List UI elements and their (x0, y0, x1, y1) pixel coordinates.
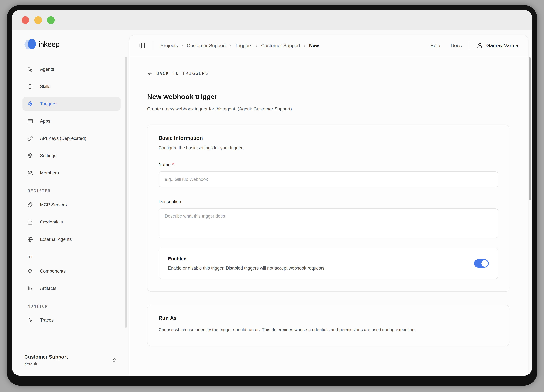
run-as-card: Run As Choose which user identity the tr… (147, 305, 509, 346)
app-window: inkeep Agents Skills Triggers (12, 10, 532, 375)
enabled-toggle[interactable] (474, 259, 489, 267)
sidebar-section-register: REGISTER (28, 189, 121, 193)
sidebar-item-triggers[interactable]: Triggers (22, 97, 121, 111)
card-title: Basic Information (159, 135, 498, 141)
help-link[interactable]: Help (430, 43, 440, 48)
breadcrumb-separator: › (182, 43, 183, 48)
back-to-triggers-link[interactable]: BACK TO TRIGGERS (147, 71, 509, 76)
hexagon-icon (28, 84, 33, 89)
sidebar-toggle-button[interactable] (139, 42, 146, 49)
enabled-description: Enable or disable this trigger. Disabled… (168, 266, 466, 271)
breadcrumb-separator: › (256, 43, 257, 48)
sidebar-item-api-keys[interactable]: API Keys (Deprecated) (22, 131, 121, 145)
user-name: Gaurav Varma (486, 43, 518, 48)
sidebar-scrollbar[interactable] (125, 57, 127, 328)
sidebar-item-artifacts[interactable]: Artifacts (22, 281, 121, 295)
breadcrumb: Projects › Customer Support › Triggers ›… (160, 43, 319, 48)
sidebar-item-label: External Agents (40, 237, 72, 242)
sidebar-section-ui: UI (28, 255, 121, 259)
breadcrumb-separator: › (304, 43, 305, 48)
inkeep-logo-icon (24, 38, 35, 50)
activity-icon (28, 317, 33, 323)
sidebar-item-settings[interactable]: Settings (22, 149, 121, 163)
library-icon (28, 286, 33, 291)
breadcrumb-agent[interactable]: Customer Support (261, 43, 300, 48)
breadcrumb-project[interactable]: Customer Support (187, 43, 226, 48)
page-title: New webhook trigger (147, 93, 509, 101)
zap-icon (28, 101, 33, 107)
project-switcher[interactable]: Customer Support default (22, 354, 121, 367)
device-frame: inkeep Agents Skills Triggers (6, 5, 538, 386)
users-icon (28, 170, 33, 176)
component-icon (28, 268, 33, 274)
globe-icon (28, 237, 33, 242)
key-icon (28, 136, 33, 141)
sidebar-item-label: Triggers (40, 101, 56, 107)
back-link-label: BACK TO TRIGGERS (156, 71, 208, 76)
description-textarea[interactable] (159, 208, 498, 238)
header-right: Help Docs Gaurav Varma (420, 42, 518, 49)
breadcrumb-separator: › (230, 43, 231, 48)
sidebar-item-label: Skills (40, 84, 51, 89)
project-environment: default (24, 362, 68, 367)
sidebar-item-external-agents[interactable]: External Agents (22, 232, 121, 246)
inkeep-logo-text: inkeep (39, 40, 59, 48)
sidebar-item-label: API Keys (Deprecated) (40, 136, 86, 141)
sidebar-item-mcp-servers[interactable]: MCP Servers (22, 198, 121, 212)
sidebar-item-components[interactable]: Components (22, 264, 121, 278)
app-window-icon (28, 119, 33, 124)
required-asterisk: * (172, 162, 174, 167)
user-menu[interactable]: Gaurav Varma (477, 42, 518, 48)
enabled-label: Enabled (168, 256, 466, 262)
sidebar-item-label: Credentials (40, 219, 63, 225)
page-subtitle: Create a new webhook trigger for this ag… (147, 106, 509, 112)
inkeep-logo[interactable]: inkeep (22, 38, 121, 50)
minimize-button[interactable] (34, 16, 42, 24)
basic-information-card: Basic Information Configure the basic se… (147, 125, 509, 292)
panel-left-icon (139, 42, 146, 49)
app-shell: inkeep Agents Skills Triggers (12, 30, 532, 375)
sidebar-item-label: Artifacts (40, 286, 56, 291)
sidebar-item-credentials[interactable]: Credentials (22, 215, 121, 229)
sidebar-item-traces[interactable]: Traces (22, 313, 121, 327)
workflow-icon (28, 67, 33, 72)
sidebar-item-label: Members (40, 170, 59, 176)
chevrons-up-down-icon (112, 358, 117, 363)
sidebar-nav: Agents Skills Triggers Apps (22, 62, 121, 354)
sidebar-item-agents[interactable]: Agents (22, 62, 121, 76)
sidebar-item-label: Apps (40, 119, 50, 124)
toggle-knob (481, 260, 488, 267)
header-divider (469, 42, 469, 49)
page-content: BACK TO TRIGGERS New webhook trigger Cre… (129, 56, 528, 346)
gear-icon (28, 153, 33, 158)
lock-icon (28, 219, 33, 225)
close-button[interactable] (22, 16, 29, 24)
card-description: Choose which user identity the trigger s… (159, 326, 491, 334)
breadcrumb-projects[interactable]: Projects (160, 43, 178, 48)
sidebar-item-apps[interactable]: Apps (22, 114, 121, 128)
enabled-setting-row: Enabled Enable or disable this trigger. … (159, 248, 498, 279)
description-label: Description (159, 199, 498, 204)
sidebar-section-monitor: MONITOR (28, 304, 121, 308)
user-icon (477, 42, 483, 48)
project-name: Customer Support (24, 354, 68, 360)
main-scrollbar[interactable] (529, 57, 531, 200)
sidebar: inkeep Agents Skills Triggers (12, 30, 129, 375)
breadcrumb-current: New (309, 43, 319, 48)
sidebar-item-skills[interactable]: Skills (22, 80, 121, 93)
docs-link[interactable]: Docs (451, 43, 462, 48)
name-input[interactable] (159, 172, 498, 187)
main-panel: Projects › Customer Support › Triggers ›… (129, 35, 528, 375)
zoom-button[interactable] (47, 16, 55, 24)
arrow-left-icon (147, 71, 153, 76)
sidebar-item-label: Settings (40, 153, 56, 158)
sidebar-item-label: Traces (40, 317, 54, 323)
sidebar-item-members[interactable]: Members (22, 166, 121, 180)
name-label: Name* (159, 162, 498, 167)
card-description: Configure the basic settings for your tr… (159, 145, 498, 150)
card-title: Run As (159, 315, 498, 321)
paperclip-icon (28, 202, 33, 208)
sidebar-item-label: Agents (40, 67, 54, 72)
breadcrumb-triggers[interactable]: Triggers (235, 43, 252, 48)
sidebar-item-label: MCP Servers (40, 202, 67, 207)
